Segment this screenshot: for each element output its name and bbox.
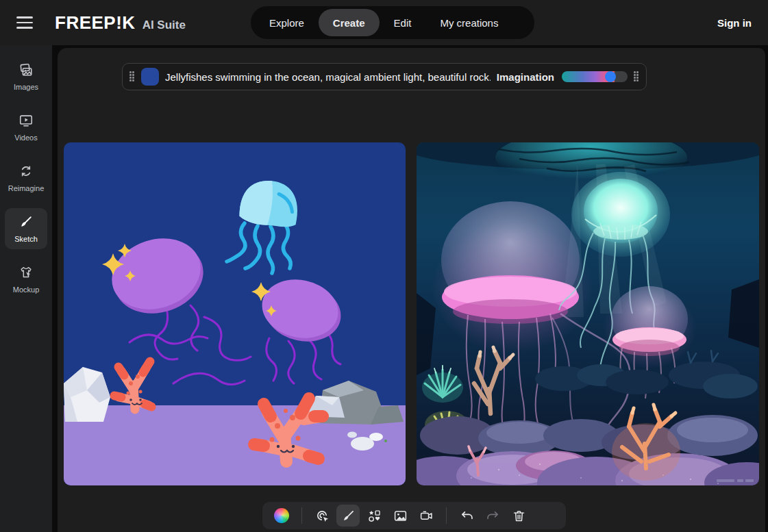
reimagine-icon <box>18 164 34 181</box>
nav-my-creations[interactable]: My creations <box>425 9 512 36</box>
canvas-row <box>64 142 759 485</box>
nav-explore[interactable]: Explore <box>255 9 319 36</box>
drag-handle-icon[interactable] <box>129 71 135 82</box>
prompt-text[interactable]: Jellyfishes swimming in the ocean, magic… <box>165 71 491 83</box>
primary-nav: Explore Create Edit My creations <box>251 6 534 39</box>
insert-image-icon <box>393 509 408 523</box>
sidebar-item-label: Images <box>14 83 38 91</box>
sidebar-item-videos[interactable]: Videos <box>5 107 47 148</box>
imagination-label: Imagination <box>497 71 554 83</box>
result-canvas <box>417 142 759 485</box>
sidebar: Images Videos Reimagine <box>0 45 52 532</box>
videos-icon <box>18 113 34 130</box>
freepik-logo: FREEP!K <box>55 12 136 34</box>
nav-edit[interactable]: Edit <box>380 9 426 36</box>
mockup-icon <box>18 265 34 282</box>
delete-button[interactable] <box>507 505 530 527</box>
sidebar-item-reimagine[interactable]: Reimagine <box>5 157 47 199</box>
toolbar-divider <box>301 507 302 524</box>
brush-tool-button[interactable] <box>336 505 360 527</box>
insert-video-icon <box>419 509 434 523</box>
hamburger-menu-icon[interactable] <box>16 14 37 31</box>
sketch-canvas[interactable] <box>64 142 406 485</box>
color-swatch[interactable] <box>141 68 159 86</box>
color-wheel-button[interactable] <box>270 505 293 527</box>
color-wheel-icon <box>274 508 289 523</box>
imagination-slider[interactable] <box>562 71 628 82</box>
nav-create[interactable]: Create <box>319 9 380 36</box>
main-panel: Jellyfishes swimming in the ocean, magic… <box>58 48 765 532</box>
toolbar-divider <box>446 507 447 524</box>
sidebar-item-images[interactable]: Images <box>5 56 47 97</box>
sidebar-item-label: Reimagine <box>8 184 45 192</box>
magic-select-button[interactable] <box>310 505 334 527</box>
trash-icon <box>512 509 526 523</box>
suite-label: AI Suite <box>143 18 186 32</box>
sidebar-item-label: Videos <box>14 134 37 142</box>
brand: FREEP!K AI Suite <box>55 12 186 34</box>
images-icon <box>18 62 34 79</box>
shapes-tool-button[interactable] <box>362 505 386 527</box>
sidebar-item-mockup[interactable]: Mockup <box>5 259 47 300</box>
undo-button[interactable] <box>455 505 478 527</box>
dark-rock-right <box>728 279 759 348</box>
top-bar: FREEP!K AI Suite Explore Create Edit My … <box>0 0 768 45</box>
shapes-icon <box>367 509 382 523</box>
undo-icon <box>460 509 474 523</box>
brush-icon <box>341 509 356 523</box>
insert-image-button[interactable] <box>388 505 412 527</box>
insert-video-button[interactable] <box>414 505 438 527</box>
sidebar-item-label: Mockup <box>13 286 40 294</box>
redo-button[interactable] <box>481 505 504 527</box>
sign-in-button[interactable]: Sign in <box>717 17 752 29</box>
sidebar-item-label: Sketch <box>14 235 38 243</box>
prompt-bar: Jellyfishes swimming in the ocean, magic… <box>122 63 647 90</box>
redo-icon <box>486 509 500 523</box>
imagination-slider-thumb[interactable] <box>605 71 616 82</box>
magic-select-icon <box>315 509 330 523</box>
sketch-icon <box>18 214 34 231</box>
drag-handle-icon[interactable] <box>634 71 639 82</box>
canvas-toolbar <box>262 502 566 529</box>
sidebar-item-sketch[interactable]: Sketch <box>5 208 47 249</box>
